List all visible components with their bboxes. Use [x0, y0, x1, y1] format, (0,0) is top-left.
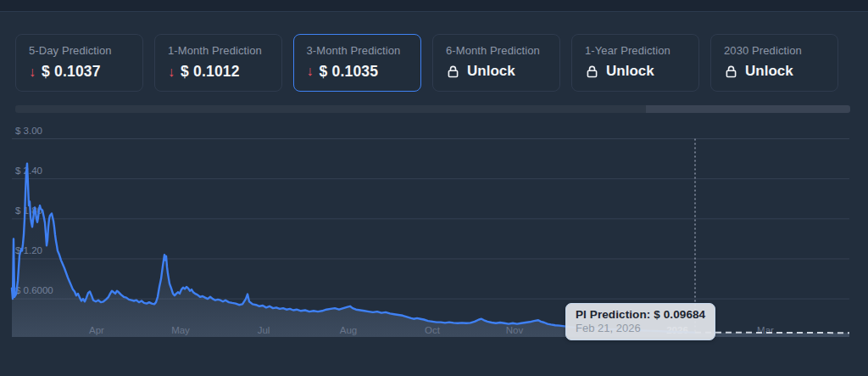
scrollbar-segment-left[interactable]: [15, 105, 646, 113]
x-axis-tick-label: May: [171, 325, 190, 335]
prediction-card-6-month-locked[interactable]: 6-Month Prediction Unlock: [432, 34, 560, 92]
tooltip-date: Feb 21, 2026: [576, 322, 705, 334]
unlock-button-label: Unlock: [745, 63, 793, 80]
card-label: 5-Day Prediction: [29, 44, 134, 57]
chart-area-fill: [12, 164, 849, 337]
y-axis-tick-label: $ 2.40: [15, 166, 42, 176]
prediction-value: $ 0.1037: [42, 63, 101, 81]
prediction-card-5-day[interactable]: 5-Day Prediction ↓ $ 0.1037: [15, 34, 143, 92]
card-label: 1-Month Prediction: [168, 44, 273, 57]
unlock-button-label: Unlock: [606, 63, 654, 80]
y-axis-tick-label: $ 3.00: [15, 126, 42, 136]
card-label: 3-Month Prediction: [307, 44, 413, 57]
x-axis-tick-label: Jul: [258, 325, 270, 335]
card-label: 6-Month Prediction: [446, 44, 551, 57]
x-axis-tick-label: Mar: [757, 325, 774, 335]
prediction-card-1-month[interactable]: 1-Month Prediction ↓ $ 0.1012: [154, 34, 282, 92]
prediction-card-3-month-selected[interactable]: 3-Month Prediction ↓ $ 0.1035: [293, 34, 421, 92]
lock-icon: [585, 65, 599, 79]
chart-tooltip: PI Prediction: $ 0.09684 Feb 21, 2026: [565, 303, 715, 340]
x-axis-tick-label: Apr: [89, 325, 104, 335]
top-window-strip: [0, 0, 868, 12]
prediction-card-2030-locked[interactable]: 2030 Prediction Unlock: [710, 34, 838, 92]
prediction-cards-row: 5-Day Prediction ↓ $ 0.1037 1-Month Pred…: [15, 34, 838, 92]
unlock-button-label: Unlock: [467, 63, 515, 80]
tooltip-prediction-value: PI Prediction: $ 0.09684: [576, 308, 705, 321]
prediction-card-1-year-locked[interactable]: 1-Year Prediction Unlock: [571, 34, 699, 92]
prediction-value: $ 0.1035: [320, 63, 379, 81]
prediction-value: $ 0.1012: [181, 63, 240, 81]
scrollbar-segment-right[interactable]: [646, 105, 850, 113]
lock-icon: [446, 65, 460, 79]
card-label: 2030 Prediction: [724, 44, 829, 57]
x-axis-tick-label: Nov: [506, 325, 524, 335]
x-axis-tick-label: Oct: [425, 325, 441, 335]
card-label: 1-Year Prediction: [585, 44, 690, 57]
chart-range-scrollbar[interactable]: [15, 105, 850, 113]
trend-down-icon: ↓: [29, 65, 36, 79]
trend-down-icon: ↓: [168, 65, 175, 79]
lock-icon: [724, 65, 738, 79]
trend-down-icon: ↓: [307, 65, 314, 78]
y-axis-tick-label: $ 0.6000: [15, 285, 53, 295]
x-axis-tick-label: Aug: [340, 325, 357, 335]
